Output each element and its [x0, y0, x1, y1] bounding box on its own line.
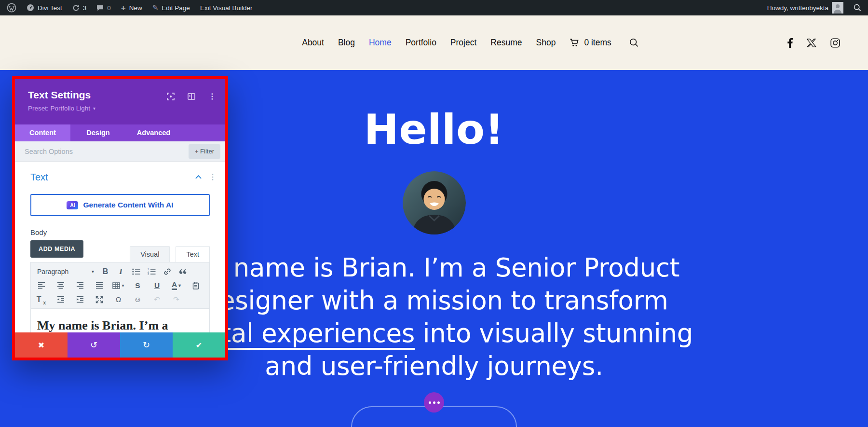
- ai-badge-icon: AI: [67, 201, 78, 209]
- editor-mode-tabs: Visual Text: [130, 246, 210, 262]
- caret-down-icon: ▾: [178, 283, 181, 288]
- options-search-row: + Filter: [15, 141, 225, 162]
- justify-button[interactable]: [93, 279, 106, 291]
- undo-button[interactable]: ↺: [68, 332, 120, 358]
- toolbar-row-1: Paragraph ▾ B I 123: [35, 264, 205, 278]
- underline-button[interactable]: U: [150, 279, 163, 291]
- paragraph-style-dropdown[interactable]: Paragraph ▾: [35, 268, 96, 275]
- comments-icon: [96, 5, 104, 11]
- admin-bar-left: Divi Test 3 0 + New ✎ Edit Page Exit Vis…: [7, 3, 252, 13]
- site-name-menu[interactable]: Divi Test: [27, 4, 62, 12]
- editor-tab-text[interactable]: Text: [176, 246, 210, 262]
- edit-page-menu[interactable]: ✎ Edit Page: [152, 3, 190, 12]
- strikethrough-button[interactable]: S: [131, 279, 144, 291]
- social-icons: [787, 15, 840, 70]
- text-section-title: Text: [30, 172, 195, 183]
- updates-count: 3: [83, 4, 87, 12]
- nav-link-about[interactable]: About: [302, 38, 324, 48]
- align-right-button[interactable]: [73, 279, 86, 291]
- admin-bar-right: Howdy, writtenbyekta: [767, 2, 861, 14]
- preset-dropdown[interactable]: Preset: Portfolio Light ▾: [28, 105, 225, 112]
- svg-text:3: 3: [148, 272, 149, 275]
- save-button[interactable]: ✔: [173, 332, 225, 358]
- modal-kebab-menu-icon[interactable]: ⋮: [208, 93, 216, 100]
- table-button[interactable]: ▾: [112, 279, 125, 291]
- preset-label: Preset: Portfolio Light: [28, 105, 90, 112]
- cart-link[interactable]: 0 items: [570, 38, 611, 48]
- toolbar-row-2: ▾ S U A ▾: [35, 278, 205, 292]
- nav-link-home[interactable]: Home: [369, 38, 392, 48]
- site-navigation: About Blog Home Portfolio Project Resume…: [0, 15, 868, 70]
- generate-ai-button[interactable]: AI Generate Content With AI: [30, 194, 210, 216]
- howdy-account-menu[interactable]: Howdy, writtenbyekta: [767, 2, 843, 14]
- fullscreen-button[interactable]: [93, 293, 106, 305]
- editor-content-text: My name is Brian. I’m a: [37, 318, 203, 333]
- wordpress-logo[interactable]: [7, 3, 16, 13]
- exit-visual-builder-label: Exit Visual Builder: [200, 4, 253, 12]
- nav-search-icon[interactable]: [629, 38, 638, 47]
- tab-design[interactable]: Design: [70, 124, 126, 141]
- updates-menu[interactable]: 3: [72, 4, 87, 12]
- bullet-list-button[interactable]: [130, 265, 143, 277]
- align-center-button[interactable]: [54, 279, 67, 291]
- site-name-label: Divi Test: [38, 4, 62, 12]
- edit-page-label: Edit Page: [162, 4, 190, 12]
- modal-action-bar: ✖ ↺ ↻ ✔: [15, 332, 225, 358]
- nav-link-project[interactable]: Project: [450, 38, 476, 48]
- paste-button[interactable]: [189, 279, 202, 291]
- redo-button[interactable]: ↻: [120, 332, 173, 358]
- nav-link-resume[interactable]: Resume: [490, 38, 522, 48]
- facebook-icon[interactable]: [787, 38, 793, 48]
- dashboard-gauge-icon: [27, 4, 34, 12]
- editor-tab-visual[interactable]: Visual: [130, 246, 170, 262]
- cart-count-label: 0 items: [584, 38, 611, 48]
- emoji-button[interactable]: ☺: [131, 293, 144, 305]
- module-options-icon[interactable]: [424, 392, 444, 413]
- exit-visual-builder-menu[interactable]: Exit Visual Builder: [200, 4, 253, 12]
- text-section-header[interactable]: Text ⋮: [30, 170, 217, 184]
- link-button[interactable]: [161, 265, 174, 277]
- filter-button[interactable]: + Filter: [189, 144, 220, 159]
- discard-button[interactable]: ✖: [15, 332, 68, 358]
- instagram-icon[interactable]: [830, 38, 840, 48]
- editor-redo-button[interactable]: ↷: [170, 293, 183, 305]
- body-field-label: Body: [30, 228, 210, 236]
- plus-icon: +: [121, 4, 126, 12]
- user-avatar: [832, 2, 843, 14]
- indent-button[interactable]: [73, 293, 86, 305]
- italic-button[interactable]: I: [114, 265, 127, 277]
- focus-mode-icon[interactable]: [167, 93, 175, 100]
- add-media-button[interactable]: ADD MEDIA: [30, 240, 83, 258]
- howdy-label: Howdy, writtenbyekta: [767, 4, 828, 12]
- bold-button[interactable]: B: [99, 265, 112, 277]
- toolbar-row-3: Tx Ω ☺ ↶ ↷: [35, 292, 205, 306]
- clear-formatting-button[interactable]: Tx: [35, 293, 48, 305]
- nav-link-portfolio[interactable]: Portfolio: [406, 38, 436, 48]
- tab-advanced[interactable]: Advanced: [126, 124, 181, 141]
- text-color-letter: A: [172, 281, 177, 290]
- nav-menu: About Blog Home Portfolio Project Resume…: [302, 15, 638, 70]
- hero-line-2: Designer with a mission to transform: [200, 286, 668, 315]
- special-character-button[interactable]: Ω: [112, 293, 125, 305]
- comments-count: 0: [107, 4, 111, 12]
- editor-undo-button[interactable]: ↶: [150, 293, 163, 305]
- wordpress-icon: [7, 3, 16, 13]
- admin-search-icon[interactable]: [854, 4, 861, 12]
- split-view-icon[interactable]: [188, 93, 195, 100]
- nav-link-blog[interactable]: Blog: [338, 38, 355, 48]
- blockquote-button[interactable]: [176, 265, 189, 277]
- comments-menu[interactable]: 0: [96, 4, 111, 12]
- nav-link-shop[interactable]: Shop: [536, 38, 556, 48]
- numbered-list-button[interactable]: 123: [145, 265, 158, 277]
- search-options-input[interactable]: [24, 147, 189, 156]
- pencil-icon: ✎: [152, 3, 159, 12]
- section-kebab-menu-icon[interactable]: ⋮: [209, 173, 217, 181]
- chevron-up-icon[interactable]: [195, 175, 202, 179]
- new-content-menu[interactable]: + New: [121, 4, 142, 12]
- text-color-button[interactable]: A ▾: [170, 279, 183, 291]
- x-twitter-icon[interactable]: [807, 39, 816, 47]
- outdent-button[interactable]: [54, 293, 67, 305]
- tab-content[interactable]: Content: [15, 124, 70, 141]
- caret-down-icon: ▾: [122, 283, 124, 288]
- align-left-button[interactable]: [35, 279, 48, 291]
